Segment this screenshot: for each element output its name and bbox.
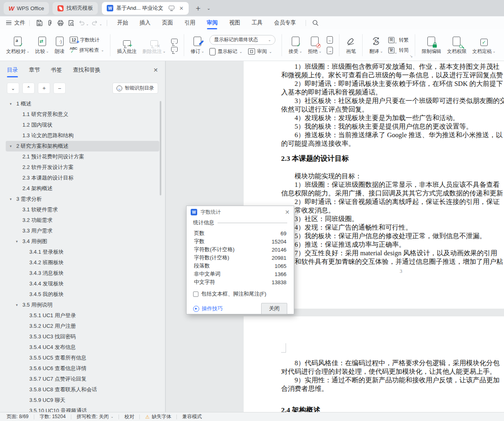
tab-list-caret-icon[interactable]: ⌄ — [207, 6, 211, 11]
undo-button[interactable] — [76, 18, 87, 28]
menu-tab-引用[interactable]: 引用 — [178, 16, 201, 29]
status-spellcheck[interactable]: 拼写检查: 关闭 — [77, 413, 109, 420]
menu-tab-工具[interactable]: 工具 — [246, 16, 268, 29]
previous-change-icon[interactable]: ← — [327, 36, 333, 44]
collapse-arrow-icon[interactable]: ▾ — [10, 197, 16, 201]
sidebar-tab-书签[interactable]: 书签 — [51, 61, 62, 79]
outline-item[interactable]: 1.2 国内现状 — [6, 120, 159, 130]
zoom-in-outline-button[interactable]: ＋ — [38, 83, 50, 94]
reject-changes-button[interactable]: 拒绝⌄ — [305, 35, 325, 55]
outline-item[interactable]: 3.3 用户需求 — [6, 226, 159, 236]
outline-item[interactable]: 2.4 架构概述 — [6, 183, 159, 194]
status-proofread[interactable]: 校对 — [124, 413, 134, 420]
undo-caret-icon[interactable]: ⌄ — [86, 22, 89, 26]
word-count-button[interactable]: 12＋ 字数统计 — [70, 37, 104, 44]
close-button[interactable]: 关闭 — [261, 303, 287, 314]
outline-item[interactable]: ▾3.4 用例图 — [6, 236, 159, 247]
outline-item[interactable]: 3.5.6 UC6 查看信息详情 — [6, 363, 159, 374]
status-page-indicator[interactable]: 页面: 8/69 — [7, 413, 29, 420]
outline-item[interactable]: 1.3 论文的思路和结构 — [6, 130, 159, 141]
insert-comment-button[interactable]: ＋ 插入批注 — [114, 35, 139, 55]
tab-document[interactable]: W 基于And... 毕业论文 ✕ — [102, 2, 188, 15]
compare-button[interactable]: ⇄ 比较⌄ — [33, 35, 52, 55]
toolbar-more-caret-icon[interactable]: ⌄ — [99, 22, 102, 26]
outline-item[interactable]: 3.4.5 我的板块 — [6, 289, 159, 300]
outline-item[interactable]: 3.5.3 UC3 找回密码 — [6, 331, 159, 342]
smart-toc-button[interactable]: 智能识别目录 — [112, 83, 158, 94]
doc-permission-button[interactable]: 文档权限 — [444, 35, 469, 55]
dialog-titlebar[interactable]: W 字数统计 ✕ — [187, 206, 294, 218]
status-word-count[interactable]: 字数: 15204 — [40, 413, 66, 420]
read-aloud-button[interactable]: ·) 朗读 — [52, 35, 67, 55]
outline-item[interactable]: 2.3 本课题的设计目标 — [6, 173, 159, 183]
sidebar-tab-查找和替换[interactable]: 查找和替换 — [73, 61, 101, 79]
show-markup-button[interactable]: 显示标记⌄ — [209, 48, 242, 55]
menu-tab-审阅[interactable]: 审阅 — [201, 16, 223, 29]
sidebar-tab-目录[interactable]: 目录 — [7, 61, 18, 79]
close-tab-icon[interactable]: ✕ — [179, 5, 184, 11]
outline-item[interactable]: 3.5.9 UC9 聊天 — [6, 395, 159, 406]
finalize-doc-button[interactable]: ✓ 文档定稿⌄ — [469, 35, 499, 55]
to-traditional-button[interactable]: 简→ 转繁 — [388, 37, 409, 44]
file-menu[interactable]: 文件 — [14, 19, 25, 26]
outline-item[interactable]: 3.5.1 UC1 用户登录 — [6, 310, 159, 321]
collapse-all-button[interactable]: ⌄ — [7, 83, 19, 94]
save-button[interactable] — [34, 18, 44, 28]
export-icon[interactable] — [44, 18, 55, 28]
next-comment-icon[interactable]: → — [171, 47, 178, 52]
next-change-icon[interactable]: → — [327, 47, 333, 54]
sidebar-tab-章节[interactable]: 章节 — [29, 61, 40, 79]
group-expander-icon[interactable]: ↘ — [409, 54, 413, 58]
outline-item[interactable]: 3.4.3 消息板块 — [6, 268, 159, 278]
outline-item[interactable]: 3.5.10 UC10 音视频通话 — [6, 406, 159, 412]
collapse-arrow-icon[interactable]: ▾ — [16, 239, 22, 243]
tips-link[interactable]: ▶ 操作技巧 — [193, 305, 223, 312]
translate-button[interactable]: 文A 翻译⌄ — [366, 35, 386, 55]
menu-tab-页面[interactable]: 页面 — [156, 16, 178, 29]
accept-changes-button[interactable]: ✓ 接受⌄ — [286, 35, 305, 55]
spell-check-button[interactable]: ABC✓ 拼写检查⌄ — [70, 47, 104, 54]
redo-button[interactable] — [90, 18, 100, 28]
print-button[interactable] — [55, 18, 66, 28]
collapse-arrow-icon[interactable]: ▾ — [10, 144, 16, 148]
collapse-arrow-icon[interactable]: ▾ — [10, 102, 16, 106]
outline-item[interactable]: 3.5.8 UC8 查看联系人和会话 — [6, 384, 159, 395]
menu-tab-会员专享[interactable]: 会员专享 — [268, 16, 302, 29]
collapse-arrow-icon[interactable]: ▾ — [16, 303, 22, 307]
tab-wps-home[interactable]: W WPS Office — [4, 2, 49, 15]
menu-tab-开始[interactable]: 开始 — [111, 16, 134, 29]
outline-item[interactable]: ▾3.5 用例说明 — [6, 300, 159, 310]
search-icon[interactable] — [310, 18, 321, 28]
markup-state-select[interactable]: 显示标记的最终状态⌄ — [209, 35, 275, 45]
track-changes-button[interactable]: 修订⌄ — [188, 35, 207, 55]
new-tab-button[interactable]: ＋ — [194, 3, 202, 13]
outline-item[interactable]: 3.4.4 发现板块 — [6, 278, 159, 289]
document-page-4[interactable]: 8）代码风格佳：在编码过程中，严格要求分包逻辑，采用模块化分包对代码进行合理的封… — [244, 316, 504, 412]
pen-button[interactable]: 画笔 — [343, 35, 359, 55]
checkbox-icon[interactable] — [193, 292, 198, 297]
doc-proofread-button[interactable]: a✓ 文档校对⌄ — [3, 35, 33, 55]
menu-tab-视图[interactable]: 视图 — [223, 16, 246, 29]
expand-all-button[interactable]: ⌃ — [22, 83, 35, 94]
outline-item[interactable]: 3.4.1 登录板块 — [6, 247, 159, 257]
tab-docer-templates[interactable]: 找稻壳模板 — [53, 2, 98, 15]
to-simplified-button[interactable]: 繁→ 转简 — [388, 47, 409, 54]
share-to-screen-icon[interactable] — [169, 6, 175, 11]
status-missing-font[interactable]: 缺失字体 — [152, 413, 171, 420]
delete-comment-button[interactable]: ✕ 删除批注⌄ — [139, 35, 169, 55]
menu-tab-插入[interactable]: 插入 — [134, 16, 156, 29]
outline-item[interactable]: 3.5.4 UC4 发布信息 — [6, 342, 159, 353]
outline-item[interactable]: 2.1 预计花费时间设计方案 — [6, 151, 159, 162]
outline-item[interactable]: 3.4.2 班圈板块 — [6, 257, 159, 268]
outline-item[interactable]: ▾1 概述 — [6, 99, 159, 109]
outline-item[interactable]: 3.5.7 UC7 点赞评论回复 — [6, 374, 159, 384]
outline-item[interactable]: 3.5.5 UC5 查看所有信息 — [6, 353, 159, 363]
restrict-editing-button[interactable]: 限制编辑 — [419, 35, 444, 55]
outline-item[interactable]: ▾3 需求分析 — [6, 194, 159, 204]
outline-item[interactable]: 3.2 功能需求 — [6, 215, 159, 226]
spellcheck-caret-icon[interactable]: ⌄ — [111, 415, 114, 419]
outline-item[interactable]: 2.2 软件开发设计方案 — [6, 162, 159, 173]
print-preview-icon[interactable] — [66, 18, 76, 28]
outline-item[interactable]: ▾2 研究方案和架构概述 — [6, 141, 159, 151]
include-textboxes-checkbox[interactable]: 包括文本框、脚注和尾注(F) — [193, 290, 287, 298]
